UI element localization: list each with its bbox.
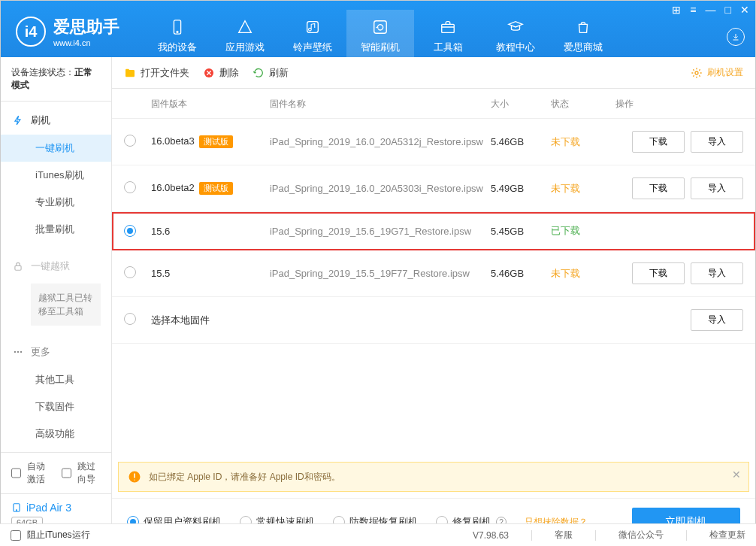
- fw-name: iPad_Spring_2019_15.6_19G71_Restore.ipsw: [270, 226, 491, 237]
- table-header: 固件版本 固件名称 大小 状态 操作: [112, 89, 755, 119]
- refresh-icon: [253, 67, 265, 79]
- refresh-icon: [371, 18, 389, 36]
- wc-menu-icon[interactable]: ≡: [690, 4, 696, 16]
- download-manager-button[interactable]: [727, 28, 745, 46]
- local-firmware-radio[interactable]: [124, 313, 136, 325]
- fw-status: 未下载: [551, 135, 615, 149]
- check-update-link[interactable]: 检查更新: [709, 529, 745, 541]
- sidebar-download-fw[interactable]: 下载固件: [1, 393, 111, 420]
- store-icon: [574, 18, 592, 36]
- nav-apps[interactable]: 应用游戏: [211, 10, 279, 57]
- svg-rect-4: [442, 24, 455, 32]
- wc-minimize-icon[interactable]: —: [706, 4, 716, 16]
- col-version: 固件版本: [151, 98, 270, 111]
- toolbox-icon: [439, 18, 457, 36]
- col-size: 大小: [491, 98, 551, 111]
- gear-icon: [691, 67, 703, 79]
- block-itunes-checkbox[interactable]: [11, 530, 21, 541]
- wc-grid-icon[interactable]: ⊞: [672, 4, 681, 16]
- close-warning-button[interactable]: ✕: [732, 469, 741, 481]
- download-button[interactable]: 下载: [632, 262, 685, 284]
- fw-size: 5.49GB: [491, 183, 551, 194]
- fw-version: 15.6: [151, 226, 270, 237]
- app-header: ⊞ ≡ — □ ✕ i4 爱思助手 www.i4.cn 我的设备 应用游戏 铃声…: [1, 1, 755, 57]
- main-content: 打开文件夹 删除 刷新 刷机设置 固件版本 固件名称 大小 状态: [112, 57, 755, 546]
- skip-guide-checkbox[interactable]: [62, 468, 71, 478]
- svg-point-8: [20, 351, 22, 353]
- logo: i4 爱思助手 www.i4.cn: [16, 16, 119, 47]
- wc-maximize-icon[interactable]: □: [725, 4, 731, 16]
- connection-status: 设备连接状态：正常模式: [1, 57, 111, 102]
- firmware-radio[interactable]: [124, 135, 136, 147]
- support-link[interactable]: 客服: [555, 529, 573, 541]
- local-firmware-row[interactable]: 选择本地固件 导入: [112, 297, 755, 344]
- nav-store[interactable]: 爱思商城: [549, 10, 617, 57]
- main-nav: 我的设备 应用游戏 铃声壁纸 智能刷机 工具箱 教程中心 爱思商城: [144, 10, 617, 57]
- fw-version: 15.5: [151, 268, 270, 279]
- import-button[interactable]: 导入: [691, 262, 743, 284]
- sidebar-other-tools[interactable]: 其他工具: [1, 366, 111, 393]
- open-folder-button[interactable]: 打开文件夹: [124, 66, 189, 80]
- delete-icon: [203, 67, 215, 79]
- sidebar-flash-section[interactable]: 刷机: [1, 106, 111, 135]
- firmware-radio[interactable]: [124, 225, 136, 237]
- fw-name: iPad_Spring_2019_15.5_19F77_Restore.ipsw: [270, 268, 491, 279]
- firmware-radio[interactable]: [124, 181, 136, 193]
- auto-activate-checkbox[interactable]: [11, 468, 21, 478]
- firmware-row[interactable]: 16.0beta3测试版iPad_Spring_2019_16.0_20A531…: [112, 119, 755, 165]
- nav-flash[interactable]: 智能刷机: [346, 10, 414, 57]
- download-button[interactable]: 下载: [632, 131, 685, 153]
- import-button[interactable]: 导入: [691, 131, 743, 153]
- svg-point-10: [16, 510, 17, 511]
- sidebar-pro-flash[interactable]: 专业刷机: [1, 189, 111, 216]
- delete-button[interactable]: 删除: [203, 66, 239, 80]
- download-button[interactable]: 下载: [632, 177, 685, 199]
- nav-tutorial[interactable]: 教程中心: [482, 10, 549, 57]
- fw-status: 已下载: [551, 224, 615, 238]
- firmware-list: 16.0beta3测试版iPad_Spring_2019_16.0_20A531…: [112, 119, 755, 297]
- nav-ringtone[interactable]: 铃声壁纸: [279, 10, 346, 57]
- col-status: 状态: [551, 98, 615, 111]
- sidebar-itunes-flash[interactable]: iTunes刷机: [1, 162, 111, 189]
- fw-status: 未下载: [551, 182, 615, 196]
- sidebar-jailbreak-section: 一键越狱: [1, 252, 111, 281]
- nav-toolbox[interactable]: 工具箱: [414, 10, 482, 57]
- col-name: 固件名称: [270, 98, 491, 111]
- flash-settings-button[interactable]: 刷机设置: [691, 66, 743, 79]
- window-controls: ⊞ ≡ — □ ✕: [672, 4, 749, 16]
- fw-status: 未下载: [551, 267, 615, 281]
- sidebar-advanced[interactable]: 高级功能: [1, 420, 111, 447]
- firmware-row[interactable]: 15.5iPad_Spring_2019_15.5_19F77_Restore.…: [112, 250, 755, 297]
- sidebar-one-click-flash[interactable]: 一键刷机: [1, 135, 111, 162]
- beta-badge: 测试版: [199, 135, 233, 148]
- fw-size: 5.45GB: [491, 226, 551, 237]
- firmware-radio[interactable]: [124, 266, 136, 278]
- svg-point-1: [177, 31, 178, 32]
- import-button[interactable]: 导入: [691, 309, 743, 331]
- beta-badge: 测试版: [199, 182, 233, 195]
- firmware-row[interactable]: 15.6iPad_Spring_2019_15.6_19G71_Restore.…: [112, 212, 755, 250]
- device-name[interactable]: iPad Air 3: [11, 502, 101, 514]
- firmware-row[interactable]: 16.0beta2测试版iPad_Spring_2019_16.0_20A530…: [112, 165, 755, 212]
- fw-name: iPad_Spring_2019_16.0_20A5303i_Restore.i…: [270, 183, 491, 194]
- wc-close-icon[interactable]: ✕: [740, 4, 749, 16]
- jailbreak-note: 越狱工具已转移至工具箱: [31, 284, 101, 326]
- warning-icon: [128, 470, 141, 484]
- fw-name: iPad_Spring_2019_16.0_20A5312j_Restore.i…: [270, 136, 491, 147]
- sidebar-batch-flash[interactable]: 批量刷机: [1, 216, 111, 243]
- version-label: V7.98.63: [473, 530, 509, 541]
- svg-rect-5: [15, 265, 21, 270]
- fw-version: 16.0beta2测试版: [151, 182, 270, 195]
- import-button[interactable]: 导入: [691, 177, 743, 199]
- warning-bar: 如已绑定 Apple ID，请准备好 Apple ID和密码。 ✕: [118, 462, 749, 492]
- sidebar-more-section[interactable]: 更多: [1, 338, 111, 366]
- svg-point-7: [17, 351, 19, 353]
- more-icon: [13, 347, 23, 357]
- nav-my-device[interactable]: 我的设备: [144, 10, 211, 57]
- logo-icon: i4: [16, 17, 46, 47]
- refresh-button[interactable]: 刷新: [253, 66, 289, 80]
- wechat-link[interactable]: 微信公众号: [618, 529, 664, 541]
- folder-icon: [124, 67, 136, 79]
- svg-point-6: [14, 351, 16, 353]
- apps-icon: [236, 18, 254, 36]
